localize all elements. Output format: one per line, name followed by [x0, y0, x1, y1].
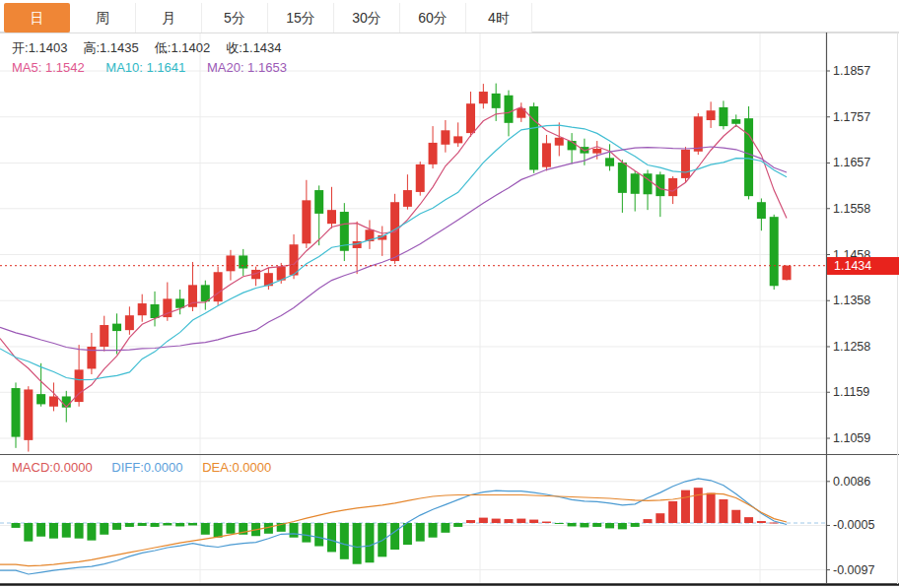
macd-histogram-bar	[416, 523, 425, 542]
macd-value-legend: MACD:0.0000	[12, 460, 93, 475]
macd-histogram-bar	[138, 523, 147, 526]
candle-body	[744, 118, 753, 196]
candle-body	[441, 130, 450, 144]
macd-histogram-bar	[314, 523, 323, 547]
axis-tick-label: 1.1857	[833, 64, 870, 78]
candle-body	[618, 163, 627, 193]
candle-body	[555, 138, 564, 146]
dea-value-legend: DEA:0.0000	[202, 460, 271, 475]
axis-tick-label: 1.1358	[833, 294, 870, 307]
macd-histogram-bar	[226, 523, 235, 534]
macd-histogram-bar	[631, 523, 640, 527]
candle-body	[125, 315, 134, 330]
axis-tick-label: 1.1757	[833, 110, 870, 124]
macd-histogram-bar	[390, 523, 399, 550]
candle-body	[290, 244, 299, 275]
ma-legend: MA5: 1.1542 MA10: 1.1641 MA20: 1.1653	[12, 60, 305, 75]
macd-histogram-bar	[214, 523, 223, 538]
candle-body	[479, 92, 488, 103]
macd-histogram-bar	[694, 488, 703, 523]
candle-body	[239, 255, 247, 268]
macd-histogram-bar	[62, 523, 71, 538]
candle-body	[151, 304, 160, 318]
macd-histogram-bar	[542, 522, 551, 523]
macd-histogram-bar	[453, 523, 462, 527]
candle-body	[100, 325, 108, 347]
close-label: 收:	[226, 40, 242, 55]
candle-body	[416, 164, 425, 192]
candle-body	[707, 110, 716, 120]
axis-tick-label: -0.0005	[833, 518, 874, 532]
candle-body	[24, 389, 33, 439]
candle-body	[112, 324, 121, 331]
macd-histogram-bar	[656, 513, 664, 523]
candle-body	[719, 107, 727, 126]
ma20-legend: MA20: 1.1653	[207, 60, 287, 75]
axis-tick-label: 1.1558	[833, 202, 870, 216]
open-label: 开:	[12, 40, 29, 55]
high-label: 高:	[83, 40, 100, 55]
macd-histogram-bar	[605, 523, 614, 528]
macd-histogram-bar	[290, 523, 299, 538]
axis-tick-label: 1.1059	[833, 431, 870, 445]
macd-histogram-bar	[100, 523, 108, 535]
candle-body	[214, 272, 223, 301]
macd-histogram-bar	[302, 523, 311, 543]
macd-histogram-bar	[441, 523, 450, 533]
candle-body	[12, 388, 21, 437]
axis-tick-label: 1.1657	[833, 156, 870, 169]
axis-tick-label: 1.1159	[833, 385, 869, 399]
macd-histogram-bar	[668, 501, 677, 523]
candle-body	[783, 266, 792, 280]
candle-body	[731, 119, 740, 124]
macd-histogram-bar	[201, 523, 210, 535]
candle-body	[226, 255, 235, 271]
macd-histogram-bar	[151, 523, 160, 527]
macd-histogram-bar	[644, 519, 653, 523]
macd-legend: MACD:0.0000 DIFF:0.0000 DEA:0.0000	[12, 460, 287, 475]
candle-body	[492, 94, 501, 108]
macd-histogram-bar	[529, 520, 538, 523]
macd-histogram-bar	[681, 490, 690, 523]
macd-histogram-bar	[49, 523, 58, 539]
macd-histogram-bar	[770, 523, 779, 524]
candle-body	[694, 116, 703, 152]
candle-body	[429, 143, 438, 164]
axis-tick-label: -0.0097	[833, 563, 874, 577]
macd-histogram-bar	[75, 523, 84, 539]
macd-histogram-bar	[429, 523, 438, 538]
ohlc-header: 开:1.1403高:1.1435低:1.1402收:1.1434	[12, 39, 298, 57]
trading-chart-app: 日周月5分15分30分60分4时 1.18571.17571.16571.155…	[0, 0, 899, 588]
macd-histogram-bar	[163, 523, 172, 525]
macd-histogram-bar	[568, 523, 577, 526]
candle-body	[668, 178, 677, 196]
macd-histogram-bar	[592, 523, 601, 527]
macd-histogram-bar	[365, 523, 374, 562]
macd-histogram-bar	[731, 510, 740, 523]
candle-body	[175, 298, 184, 307]
open-value: 1.1403	[29, 40, 68, 55]
macd-histogram-bar	[87, 523, 96, 541]
macd-histogram-bar	[517, 519, 525, 523]
candle-body	[466, 103, 475, 133]
macd-histogram-bar	[580, 523, 588, 527]
candle-body	[314, 190, 323, 214]
macd-histogram-bar	[555, 523, 564, 524]
candle-body	[542, 143, 551, 166]
candle-body	[49, 396, 58, 406]
candle-body	[453, 136, 462, 143]
macd-histogram-bar	[24, 523, 33, 542]
macd-histogram-bar	[492, 519, 501, 523]
candle-body	[62, 396, 71, 407]
candle-body	[681, 150, 690, 178]
macd-histogram-bar	[403, 523, 412, 545]
chart-canvas[interactable]: 1.18571.17571.16571.15581.14581.13581.12…	[0, 0, 899, 588]
high-value: 1.1435	[100, 40, 139, 55]
macd-histogram-bar	[719, 499, 727, 523]
candle-body	[529, 106, 538, 170]
low-value: 1.1402	[171, 40, 210, 55]
macd-histogram-bar	[707, 493, 716, 523]
axis-tick-label: 1.1258	[833, 340, 870, 354]
candle-body	[592, 149, 601, 154]
macd-histogram-bar	[188, 523, 197, 525]
